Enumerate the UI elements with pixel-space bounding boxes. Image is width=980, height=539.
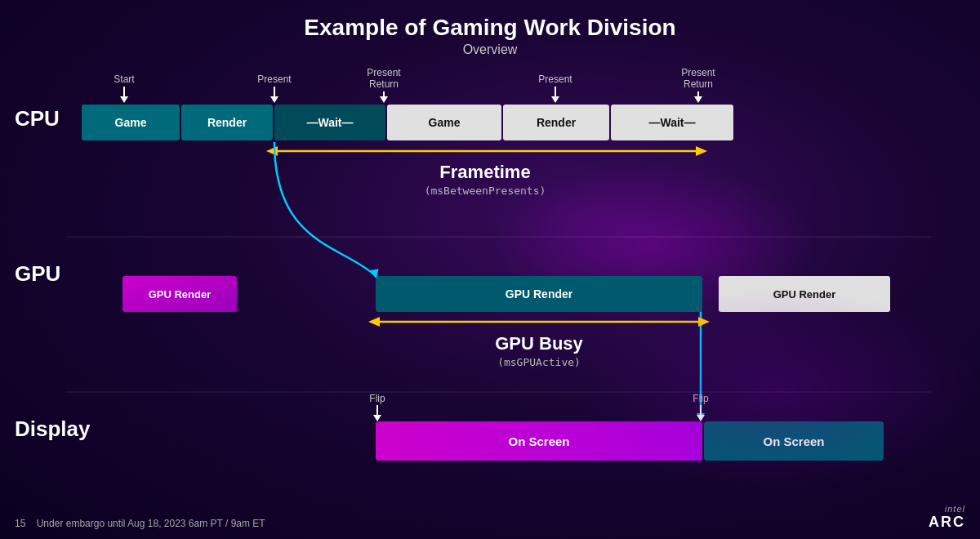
svg-text:Present: Present: [367, 67, 401, 78]
svg-marker-49: [373, 415, 381, 421]
intel-label: intel: [945, 504, 965, 514]
svg-text:Start: Start: [114, 74, 135, 85]
svg-text:Game: Game: [115, 116, 147, 129]
svg-marker-5: [270, 96, 278, 103]
row-label-cpu: CPU: [15, 106, 60, 131]
svg-rect-55: [704, 421, 884, 461]
svg-marker-44: [698, 317, 710, 327]
svg-text:Present: Present: [538, 74, 572, 85]
slide: Example of Gaming Work Division Overview…: [0, 0, 980, 539]
svg-marker-31: [696, 146, 707, 156]
svg-text:Render: Render: [537, 116, 577, 129]
svg-text:Return: Return: [684, 78, 713, 90]
slide-number: 15 Under embargo until Aug 18, 2023 6am …: [15, 518, 265, 529]
svg-text:GPU Render: GPU Render: [506, 287, 573, 301]
svg-rect-21: [274, 105, 385, 140]
row-label-display: Display: [15, 416, 91, 442]
intel-arc-logo: intel ARC: [929, 504, 965, 531]
svg-marker-9: [380, 96, 388, 103]
svg-rect-27: [611, 105, 733, 140]
page-title: Example of Gaming Work Division: [0, 15, 980, 41]
svg-text:(msBetweenPresents): (msBetweenPresents): [425, 185, 546, 197]
svg-marker-35: [697, 413, 705, 420]
svg-text:(msGPUActive): (msGPUActive): [497, 356, 581, 368]
svg-text:—Wait—: —Wait—: [648, 116, 695, 129]
svg-text:Return: Return: [369, 78, 399, 90]
svg-rect-53: [376, 421, 702, 461]
svg-text:On Screen: On Screen: [508, 434, 569, 448]
svg-text:GPU Busy: GPU Busy: [495, 333, 583, 354]
svg-marker-2: [120, 96, 128, 103]
svg-rect-17: [82, 105, 180, 140]
svg-rect-23: [387, 105, 501, 140]
svg-text:Render: Render: [207, 116, 247, 129]
svg-marker-30: [266, 146, 278, 156]
svg-marker-12: [551, 96, 559, 103]
svg-text:Present: Present: [681, 67, 715, 78]
embargo-text: Under embargo until Aug 18, 2023 6am PT …: [37, 518, 265, 529]
svg-marker-34: [371, 269, 381, 280]
svg-marker-52: [697, 415, 705, 421]
svg-rect-36: [122, 276, 237, 312]
arc-label: ARC: [929, 514, 965, 531]
svg-rect-19: [181, 105, 273, 140]
svg-marker-43: [368, 317, 380, 327]
header: Example of Gaming Work Division Overview: [0, 0, 980, 57]
svg-text:Game: Game: [429, 116, 461, 129]
svg-text:GPU Render: GPU Render: [773, 288, 836, 301]
svg-rect-25: [503, 105, 609, 140]
svg-rect-38: [376, 276, 702, 312]
svg-text:Present: Present: [257, 74, 292, 85]
svg-text:—Wait—: —Wait—: [306, 116, 353, 129]
svg-text:Frametime: Frametime: [439, 162, 530, 182]
svg-text:Flip: Flip: [369, 393, 385, 404]
svg-marker-16: [694, 96, 702, 103]
svg-rect-40: [719, 276, 890, 312]
svg-text:Flip: Flip: [693, 393, 709, 404]
page-subtitle: Overview: [0, 42, 980, 57]
row-label-gpu: GPU: [15, 261, 60, 287]
svg-text:On Screen: On Screen: [763, 434, 824, 448]
svg-text:GPU Render: GPU Render: [149, 288, 212, 301]
diagram-svg: Start Present Present Return Present Pre…: [0, 0, 980, 539]
